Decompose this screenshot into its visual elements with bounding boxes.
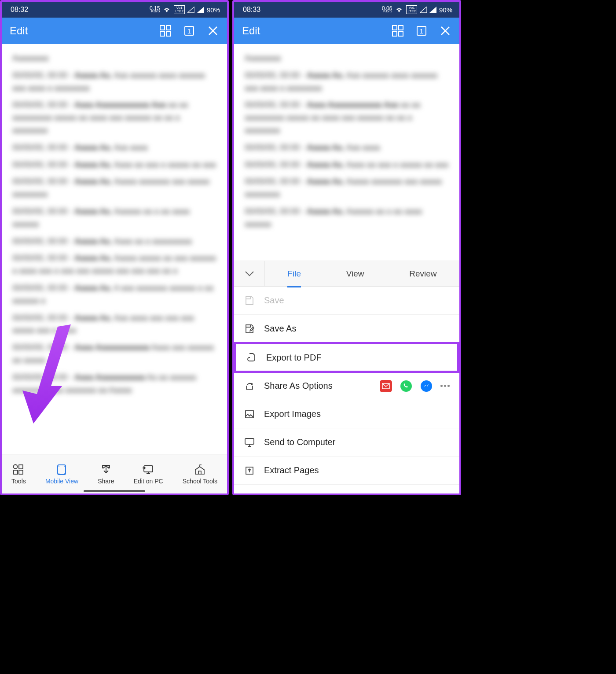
status-right: 0.15 KB/S Vo1LTE2 90%	[150, 5, 220, 14]
chevron-down-icon	[245, 271, 254, 277]
document-content-blurred: Aaaaaaaa 00/00/00, 00:00 - Aaaaa Aa, Aaa…	[245, 52, 449, 231]
menu-extract-pages[interactable]: Extract Pages	[234, 457, 459, 485]
nav-label: Mobile View	[45, 478, 78, 485]
panel-tab-row: File View Review	[234, 261, 459, 287]
image-icon	[244, 409, 255, 420]
more-icon[interactable]	[440, 385, 450, 387]
battery-percent: 90%	[207, 6, 220, 14]
nav-school-tools[interactable]: School Tools	[183, 464, 217, 485]
svg-rect-24	[246, 411, 253, 418]
tab-view[interactable]: View	[346, 265, 364, 283]
svg-rect-25	[245, 438, 254, 444]
grid-icon[interactable]	[159, 25, 172, 37]
tools-icon	[12, 464, 25, 476]
nav-edit-on-pc[interactable]: Edit on PC	[134, 464, 163, 485]
menu-label: Share As Options	[264, 381, 371, 391]
share-icon	[244, 380, 255, 392]
svg-rect-17	[399, 26, 403, 30]
svg-point-11	[59, 466, 59, 467]
signal-icon-2	[429, 7, 436, 13]
collapse-panel-button[interactable]	[234, 261, 265, 286]
app-bar: Edit 1	[234, 18, 459, 44]
svg-point-13	[59, 473, 59, 474]
phone-right: 08:33 0.06 KB/S Vo1LTE2 90% Edit 1	[232, 0, 461, 495]
menu-share-as-options[interactable]: Share As Options	[234, 372, 459, 400]
app-bar-actions: 1	[159, 25, 219, 37]
svg-rect-18	[392, 32, 397, 36]
lte-badge: Vo1LTE2	[174, 5, 185, 14]
battery-percent: 90%	[439, 6, 452, 14]
file-menu-list: Save Save As Export to PDF Share As Opti…	[234, 287, 459, 494]
close-icon[interactable]	[207, 25, 219, 37]
network-speed: 0.06 KB/S	[382, 7, 392, 12]
status-bar: 08:32 0.15 KB/S Vo1LTE2 90%	[2, 2, 227, 18]
status-time: 08:32	[11, 6, 28, 14]
svg-rect-1	[166, 26, 171, 30]
app-bar-actions: 1	[392, 25, 451, 37]
home-indicator	[84, 490, 145, 492]
svg-point-12	[64, 466, 65, 467]
menu-export-pdf[interactable]: Export to PDF	[234, 342, 459, 373]
extract-icon	[244, 465, 255, 476]
menu-export-images[interactable]: Export Images	[234, 400, 459, 428]
menu-label: Export Images	[264, 409, 450, 419]
menu-row-partial	[234, 485, 459, 494]
phone-left: 08:32 0.15 KB/S Vo1LTE2 90% Edit 1	[0, 0, 229, 495]
signal-icon-2	[197, 7, 204, 13]
status-time: 08:33	[243, 6, 260, 14]
menu-label: Save As	[264, 324, 450, 334]
grid-icon[interactable]	[392, 25, 404, 37]
document-body[interactable]: Aaaaaaaa 00/00/00, 00:00 - Aaaaa Aa, Aaa…	[2, 44, 227, 454]
document-body[interactable]: Aaaaaaaa 00/00/00, 00:00 - Aaaaa Aa, Aaa…	[234, 44, 459, 261]
page-count-badge[interactable]: 1	[415, 25, 428, 37]
lte-badge: Vo1LTE2	[406, 5, 417, 14]
svg-rect-16	[392, 26, 397, 30]
menu-save-as[interactable]: Save As	[234, 315, 459, 343]
whatsapp-icon[interactable]	[400, 380, 412, 392]
app-title: Edit	[242, 25, 392, 37]
menu-label: Send to Computer	[264, 437, 450, 447]
mobile-view-icon	[55, 464, 68, 476]
tab-file[interactable]: File	[287, 265, 301, 283]
save-as-icon	[244, 323, 255, 335]
svg-rect-0	[160, 26, 165, 30]
nav-mobile-view[interactable]: Mobile View	[45, 464, 78, 485]
nav-label: Edit on PC	[134, 478, 163, 485]
menu-label: Save	[264, 295, 450, 306]
panel-tabs: File View Review	[265, 265, 459, 283]
svg-rect-7	[19, 465, 23, 469]
nav-label: Share	[98, 478, 114, 485]
close-icon[interactable]	[439, 25, 451, 37]
pc-icon	[142, 464, 154, 476]
wifi-icon	[162, 6, 171, 13]
share-icon	[100, 464, 112, 476]
svg-point-6	[14, 464, 18, 468]
menu-send-to-computer[interactable]: Send to Computer	[234, 428, 459, 457]
svg-text:1: 1	[187, 27, 191, 35]
nav-share[interactable]: Share	[98, 464, 114, 485]
nav-label: Tools	[11, 478, 26, 485]
svg-rect-3	[166, 32, 171, 36]
svg-point-22	[400, 380, 412, 392]
signal-icon-1	[420, 7, 427, 13]
gmail-icon[interactable]	[380, 380, 392, 392]
svg-point-23	[421, 380, 432, 392]
menu-label: Extract Pages	[264, 465, 450, 475]
svg-rect-8	[14, 470, 18, 474]
svg-text:1: 1	[420, 27, 423, 35]
messenger-icon[interactable]	[420, 380, 433, 392]
bottom-nav: Tools Mobile View Share Edit on PC Schoo…	[2, 454, 227, 494]
wifi-icon	[395, 6, 403, 13]
svg-rect-2	[160, 32, 165, 36]
app-bar: Edit 1	[2, 18, 227, 44]
page-count-badge[interactable]: 1	[183, 25, 195, 37]
svg-rect-15	[144, 466, 153, 472]
tools-panel: File View Review Save Save As	[234, 261, 459, 494]
nav-tools[interactable]: Tools	[11, 464, 26, 485]
app-title: Edit	[10, 25, 159, 37]
tab-review[interactable]: Review	[409, 265, 436, 283]
svg-rect-19	[399, 32, 403, 36]
svg-point-14	[64, 473, 65, 474]
status-right: 0.06 KB/S Vo1LTE2 90%	[382, 5, 452, 14]
computer-icon	[244, 437, 255, 448]
